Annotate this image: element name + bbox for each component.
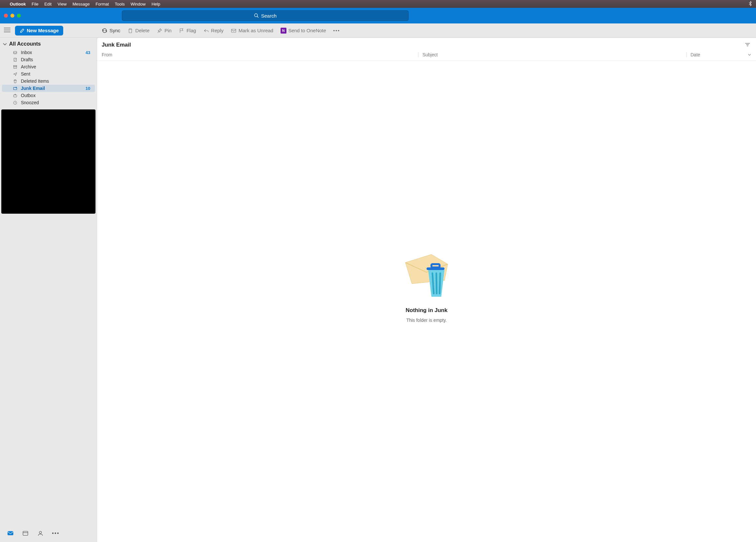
svg-point-21: [52, 533, 53, 534]
nav-mail-button[interactable]: [7, 530, 14, 537]
column-date-label: Date: [691, 52, 700, 57]
reply-icon: [203, 28, 209, 34]
svg-line-32: [440, 273, 440, 293]
send-onenote-button[interactable]: N Send to OneNote: [281, 28, 326, 34]
svg-point-8: [338, 30, 339, 31]
flag-icon: [179, 28, 184, 34]
empty-subtitle: This folder is empty.: [406, 317, 447, 323]
sync-label: Sync: [109, 28, 120, 33]
bluetooth-icon[interactable]: [749, 1, 752, 7]
menu-view[interactable]: View: [57, 2, 66, 7]
more-actions-button[interactable]: [333, 28, 339, 34]
content-header: Junk Email: [97, 38, 756, 50]
content-pane: Junk Email From Subject Date: [97, 38, 756, 542]
svg-rect-18: [23, 531, 28, 535]
sidebar-item-archive[interactable]: Archive: [2, 63, 95, 70]
sidebar-item-junk[interactable]: Junk Email 10: [2, 85, 95, 92]
mark-unread-button[interactable]: Mark as Unread: [231, 28, 273, 34]
filter-icon: [745, 43, 750, 47]
svg-point-23: [57, 533, 58, 534]
svg-point-7: [336, 30, 337, 31]
send-onenote-label: Send to OneNote: [288, 28, 326, 33]
menu-help[interactable]: Help: [152, 2, 160, 7]
delete-label: Delete: [135, 28, 149, 33]
nav-more-button[interactable]: [52, 530, 59, 537]
menu-format[interactable]: Format: [95, 2, 109, 7]
archive-icon: [12, 65, 18, 69]
sidebar-item-drafts[interactable]: Drafts: [2, 56, 95, 63]
minimize-window-button[interactable]: [10, 14, 14, 18]
svg-rect-5: [231, 29, 236, 32]
sidebar-item-outbox[interactable]: Outbox: [2, 92, 95, 99]
flag-button[interactable]: Flag: [179, 28, 196, 34]
trash-icon: [12, 79, 18, 84]
search-placeholder: Search: [261, 13, 277, 19]
menu-tools[interactable]: Tools: [115, 2, 124, 7]
folder-label: Outbox: [21, 93, 36, 98]
onenote-icon: N: [281, 28, 286, 34]
sent-icon: [12, 72, 18, 77]
outbox-icon: [12, 93, 18, 98]
trash-icon: [127, 28, 133, 34]
zoom-window-button[interactable]: [17, 14, 21, 18]
sidebar-item-snoozed[interactable]: Snoozed: [2, 99, 95, 106]
svg-point-22: [55, 533, 56, 534]
column-date[interactable]: Date: [686, 52, 751, 57]
chevron-down-icon: [3, 42, 7, 46]
empty-title: Nothing in Junk: [406, 307, 447, 314]
filter-button[interactable]: [745, 42, 750, 48]
sync-button[interactable]: Sync: [102, 28, 120, 34]
pin-icon: [157, 28, 163, 34]
sidebar-bottom-nav: [0, 526, 97, 542]
folder-label: Snoozed: [21, 100, 39, 105]
menu-message[interactable]: Message: [72, 2, 90, 7]
window-titlebar: Search: [0, 8, 756, 23]
menu-window[interactable]: Window: [131, 2, 146, 7]
hamburger-button[interactable]: [4, 28, 10, 34]
folder-label: Drafts: [21, 57, 33, 62]
folder-label: Deleted Items: [21, 79, 49, 84]
inbox-count: 43: [86, 50, 90, 55]
nav-people-button[interactable]: [37, 530, 44, 537]
compose-icon: [20, 28, 25, 33]
inbox-icon: [12, 50, 18, 55]
search-input[interactable]: Search: [122, 10, 409, 21]
folder-label: Archive: [21, 64, 36, 69]
sidebar-widget: [1, 110, 95, 214]
accounts-header[interactable]: All Accounts: [0, 40, 97, 49]
menu-edit[interactable]: Edit: [44, 2, 51, 7]
sync-icon: [102, 28, 108, 34]
delete-button[interactable]: Delete: [127, 28, 149, 34]
new-message-label: New Message: [27, 28, 59, 33]
ellipsis-icon: [333, 28, 339, 34]
window-controls: [4, 14, 21, 18]
content-title: Junk Email: [102, 42, 131, 48]
svg-line-31: [436, 273, 437, 293]
pin-label: Pin: [165, 28, 172, 33]
accounts-header-label: All Accounts: [9, 41, 41, 47]
folder-label: Inbox: [21, 50, 32, 55]
toolbar: New Message Sync Delete Pin Flag Reply M…: [0, 23, 756, 38]
svg-point-6: [333, 30, 334, 31]
close-window-button[interactable]: [4, 14, 8, 18]
new-message-button[interactable]: New Message: [15, 26, 63, 36]
folder-list: Inbox 43 Drafts Archive Sent Deleted Ite…: [0, 49, 97, 106]
pin-button[interactable]: Pin: [157, 28, 172, 34]
nav-calendar-button[interactable]: [22, 530, 29, 537]
flag-label: Flag: [186, 28, 196, 33]
svg-point-20: [39, 531, 42, 534]
search-icon: [254, 13, 259, 18]
mail-closed-icon: [231, 28, 237, 34]
column-from[interactable]: From: [102, 52, 418, 57]
sidebar-item-sent[interactable]: Sent: [2, 70, 95, 78]
sidebar-item-deleted[interactable]: Deleted Items: [2, 78, 95, 85]
svg-rect-11: [14, 66, 17, 68]
junk-count: 10: [86, 86, 90, 91]
menu-file[interactable]: File: [32, 2, 38, 7]
reply-button[interactable]: Reply: [203, 28, 224, 34]
sidebar-item-inbox[interactable]: Inbox 43: [2, 49, 95, 56]
menu-app[interactable]: Outlook: [10, 2, 26, 7]
folder-label: Sent: [21, 71, 30, 77]
column-subject[interactable]: Subject: [418, 52, 686, 57]
junk-icon: [12, 86, 18, 91]
